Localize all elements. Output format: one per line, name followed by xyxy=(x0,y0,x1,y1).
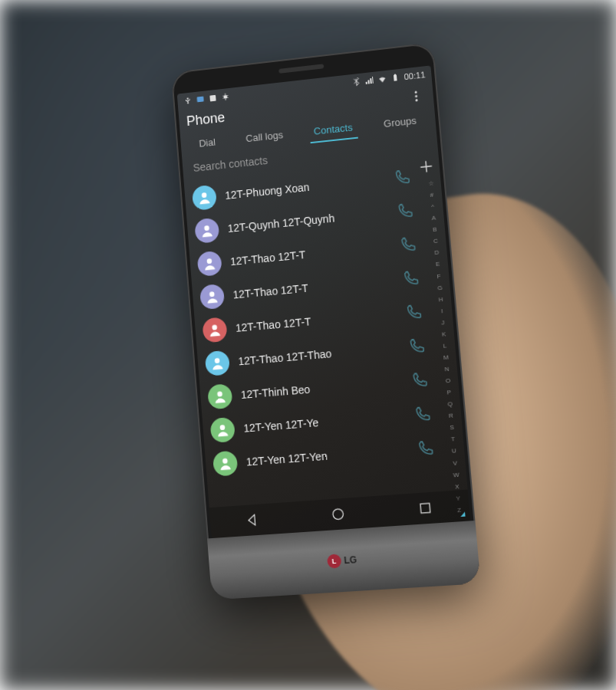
index-letter[interactable]: # xyxy=(430,192,433,199)
index-letter[interactable]: ^ xyxy=(431,204,434,210)
contact-name: 12T-Thao 12T-T xyxy=(232,274,394,301)
svg-point-11 xyxy=(209,291,215,297)
avatar-icon xyxy=(202,317,227,343)
lg-logo: L LG xyxy=(327,553,357,569)
add-contact-button[interactable] xyxy=(417,157,436,176)
index-letter[interactable]: H xyxy=(438,296,443,303)
index-letter[interactable]: P xyxy=(446,389,451,396)
tab-groups[interactable]: Groups xyxy=(378,111,422,136)
index-letter[interactable]: R xyxy=(449,413,454,420)
avatar-icon xyxy=(192,185,217,211)
index-letter[interactable]: T xyxy=(451,436,456,443)
svg-point-8 xyxy=(202,192,207,198)
index-letter[interactable]: M xyxy=(443,354,449,361)
avatar-icon xyxy=(212,451,239,477)
call-button[interactable] xyxy=(396,202,414,220)
app-title: Phone xyxy=(186,110,226,130)
svg-point-5 xyxy=(414,91,417,94)
call-button[interactable] xyxy=(402,269,420,288)
usb-icon xyxy=(183,96,193,106)
index-letter[interactable]: S xyxy=(450,425,454,432)
index-letter[interactable]: B xyxy=(433,227,437,234)
clock: 00:11 xyxy=(404,70,426,81)
index-letter[interactable]: U xyxy=(452,449,457,455)
back-button[interactable] xyxy=(245,512,261,528)
call-button[interactable] xyxy=(417,439,435,458)
call-button[interactable] xyxy=(410,371,429,389)
svg-rect-1 xyxy=(209,95,216,102)
bluetooth-icon xyxy=(352,77,362,87)
nav-hint-icon xyxy=(460,512,466,518)
index-letter[interactable]: ☆ xyxy=(428,181,434,188)
battery-icon xyxy=(390,73,400,83)
svg-point-13 xyxy=(215,358,220,363)
contact-name: 12T-Yen 12T-Yen xyxy=(245,444,408,468)
index-letter[interactable]: K xyxy=(442,331,446,338)
svg-point-9 xyxy=(204,225,209,231)
index-letter[interactable]: L xyxy=(443,343,446,349)
svg-point-10 xyxy=(206,258,212,264)
call-button[interactable] xyxy=(399,235,417,254)
index-letter[interactable]: I xyxy=(441,308,443,314)
home-button[interactable] xyxy=(330,506,347,523)
call-button[interactable] xyxy=(394,168,412,186)
index-letter[interactable]: G xyxy=(437,284,443,291)
svg-point-14 xyxy=(217,391,222,396)
debug-icon xyxy=(221,92,230,102)
contact-name: 12T-Thinh Beo xyxy=(240,376,402,401)
recents-button[interactable] xyxy=(417,500,433,517)
index-letter[interactable]: C xyxy=(433,238,439,245)
index-letter[interactable]: V xyxy=(453,460,457,467)
status-left xyxy=(183,92,230,106)
tab-label: Call logs xyxy=(245,129,284,144)
call-button[interactable] xyxy=(405,303,423,321)
tab-dial[interactable]: Dial xyxy=(194,133,221,156)
contact-name: 12T-Thao 12T-T xyxy=(235,307,397,334)
phone-speaker xyxy=(278,64,324,74)
svg-point-16 xyxy=(222,458,228,464)
svg-point-7 xyxy=(415,99,417,101)
call-button[interactable] xyxy=(407,337,426,356)
contact-name: 12T-Thao 12T-T xyxy=(230,240,391,268)
phone-screen: 00:11 Phone Dial Call logs Contacts Grou… xyxy=(177,65,471,538)
svg-rect-18 xyxy=(420,504,430,514)
overflow-menu-button[interactable] xyxy=(407,86,427,106)
contact-name: 12T-Yen 12T-Ye xyxy=(243,409,406,434)
index-letter[interactable]: N xyxy=(444,366,450,373)
svg-rect-0 xyxy=(197,97,204,103)
index-letter[interactable]: J xyxy=(441,320,445,326)
avatar-icon xyxy=(207,383,233,409)
svg-point-6 xyxy=(415,95,417,97)
index-letter[interactable]: A xyxy=(432,215,436,222)
index-letter[interactable]: X xyxy=(455,484,460,491)
phone-device: 00:11 Phone Dial Call logs Contacts Grou… xyxy=(171,42,481,600)
contact-name: 12T-Phuong Xoan xyxy=(225,173,385,202)
signal-icon xyxy=(365,76,375,86)
lg-logo-icon: L xyxy=(327,554,341,568)
index-letter[interactable]: Q xyxy=(447,401,453,408)
svg-point-17 xyxy=(332,508,343,519)
svg-point-2 xyxy=(223,95,227,99)
avatar-icon xyxy=(197,251,222,277)
index-letter[interactable]: W xyxy=(453,472,459,478)
index-letter[interactable]: D xyxy=(434,250,440,257)
call-button[interactable] xyxy=(413,406,432,424)
svg-point-12 xyxy=(212,325,217,330)
index-letter[interactable]: E xyxy=(436,261,440,268)
svg-rect-3 xyxy=(394,74,397,80)
contacts-list[interactable]: 12T-Phuong Xoan12T-Quynh 12T-Quynh12T-Th… xyxy=(184,159,449,539)
index-letter[interactable]: O xyxy=(445,378,450,385)
avatar-icon xyxy=(194,218,219,244)
search-placeholder: Search contacts xyxy=(193,154,268,174)
notification-icon xyxy=(208,94,217,104)
tab-label: Dial xyxy=(199,136,216,150)
avatar-icon xyxy=(205,350,230,376)
message-icon xyxy=(196,95,205,105)
contact-name: 12T-Quynh 12T-Quynh xyxy=(227,207,388,235)
svg-point-15 xyxy=(219,425,225,430)
wifi-icon xyxy=(377,74,387,84)
lg-logo-text: LG xyxy=(344,554,357,566)
index-letter[interactable]: F xyxy=(436,273,441,279)
contact-name: 12T-Thao 12T-Thao xyxy=(238,342,400,368)
tab-label: Contacts xyxy=(313,122,353,137)
